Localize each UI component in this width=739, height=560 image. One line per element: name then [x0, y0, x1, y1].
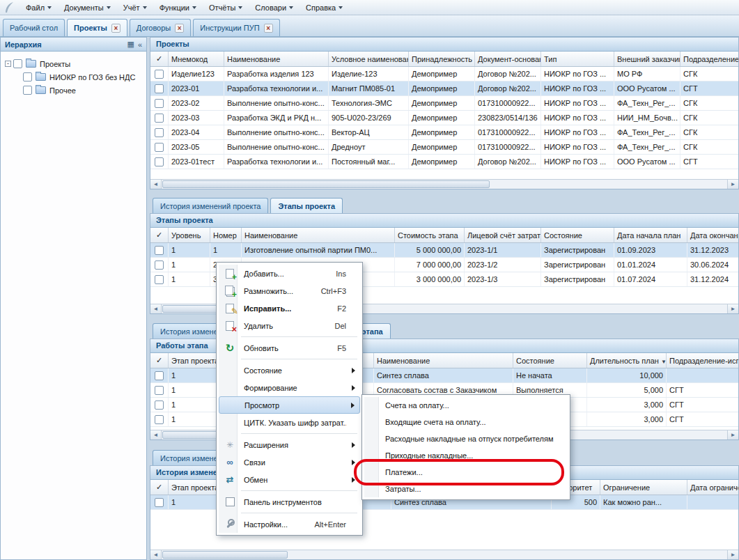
scrollbar-thumb[interactable]: [162, 180, 490, 188]
column-header[interactable]: Условное наименование: [329, 52, 409, 66]
column-header[interactable]: Мнемокод: [169, 52, 224, 66]
tree-node-prochee[interactable]: Прочее: [5, 84, 146, 97]
menu-item[interactable]: Расходные накладные на отпуск потребител…: [364, 430, 568, 447]
tree-node-projects[interactable]: - Проекты: [5, 57, 146, 70]
scroll-left-button[interactable]: ◄: [150, 430, 162, 440]
column-header[interactable]: Лицевой счёт затрат: [465, 228, 541, 242]
row-checkbox[interactable]: [155, 371, 164, 380]
table-row[interactable]: 2023-03Разработка ЭКД и РКД н...905-U020…: [150, 111, 738, 125]
close-tab-icon[interactable]: ×: [175, 24, 184, 33]
column-header[interactable]: Наименование: [224, 52, 329, 66]
menu-item[interactable]: Расширения: [219, 436, 360, 453]
tab-project-change-history[interactable]: История изменений проекта: [153, 198, 268, 213]
menubar-item-functions[interactable]: Функции: [153, 1, 203, 14]
menu-item[interactable]: Обмен: [219, 471, 360, 488]
column-header[interactable]: Внешний заказчик: [614, 52, 680, 66]
menubar-item-documents[interactable]: Документы: [58, 1, 117, 14]
tab-instructions-pup[interactable]: Инструкции ПУП×: [193, 19, 279, 36]
row-checkbox[interactable]: [155, 143, 164, 152]
tree-node-niokr-goz[interactable]: НИОКР по ГОЗ без НДС: [5, 70, 146, 84]
scroll-left-button[interactable]: ◄: [150, 180, 162, 189]
menu-item[interactable]: Панель инструментов: [219, 493, 360, 511]
column-header[interactable]: Ограничение: [600, 480, 687, 495]
row-checkbox[interactable]: [155, 260, 164, 270]
column-header[interactable]: Дата окончания: [687, 228, 739, 242]
menu-item[interactable]: Формирование: [219, 379, 360, 396]
scroll-right-button[interactable]: ►: [727, 430, 738, 440]
close-tab-icon[interactable]: ×: [111, 24, 120, 33]
column-header[interactable]: Дата ограничения: [687, 480, 739, 495]
table-row[interactable]: 2023-02Выполнение опытно-конс...Технолог…: [150, 96, 738, 111]
menu-item[interactable]: Исправить...F2: [219, 300, 360, 317]
scroll-right-button[interactable]: ►: [727, 180, 738, 189]
table-row[interactable]: 2023-01тестРазработка технологии и...Пос…: [150, 155, 738, 169]
scroll-right-button[interactable]: ►: [727, 550, 738, 559]
menu-item[interactable]: Платежи...: [364, 464, 568, 481]
row-checkbox[interactable]: [155, 275, 164, 284]
column-header[interactable]: Длительность план▼: [587, 353, 667, 368]
column-header[interactable]: Тип: [541, 52, 614, 66]
table-row[interactable]: Изделие123Разработка изделия 123Изделие-…: [150, 67, 738, 81]
row-checkbox[interactable]: [155, 415, 164, 424]
menu-item[interactable]: УдалитьDel: [219, 317, 360, 334]
menu-item[interactable]: Размножить...Ctrl+F3: [219, 282, 360, 300]
column-header[interactable]: Стоимость этапа: [395, 228, 465, 242]
menu-item[interactable]: Затраты...: [364, 481, 568, 497]
menubar-item-file[interactable]: Файл: [20, 1, 58, 14]
row-checkbox[interactable]: [155, 498, 164, 507]
table-row[interactable]: 11Изготовление опытной партии ПМ0...5 00…: [150, 243, 738, 258]
row-checkbox[interactable]: [155, 99, 164, 108]
row-checkbox[interactable]: [155, 157, 164, 166]
column-header[interactable]: Документ-основание: [475, 52, 541, 66]
select-all-header[interactable]: ✓: [150, 353, 169, 368]
menubar-item-dictionaries[interactable]: Словари: [249, 1, 300, 14]
select-all-header[interactable]: ✓: [150, 52, 169, 66]
table-row[interactable]: 2023-05Выполнение опытно-конс...Дредноут…: [150, 140, 738, 155]
collapse-sidebar-icon[interactable]: «: [138, 40, 142, 49]
tree-checkbox[interactable]: [13, 59, 22, 68]
tab-projects[interactable]: Проекты×: [67, 19, 127, 36]
menu-item[interactable]: Счета на оплату...: [364, 397, 568, 414]
horizontal-scrollbar[interactable]: ◄ ►: [150, 550, 738, 559]
menu-item[interactable]: Состояние: [219, 361, 360, 379]
table-row[interactable]: 2023-01Разработка технологии и...Магнит …: [150, 81, 738, 96]
row-checkbox[interactable]: [155, 246, 164, 255]
column-header[interactable]: Состояние: [513, 353, 587, 368]
menu-item[interactable]: Приходные накладные...: [364, 447, 568, 464]
scrollbar-thumb[interactable]: [162, 551, 288, 559]
row-checkbox[interactable]: [155, 400, 164, 410]
tab-desktop[interactable]: Рабочий стол: [3, 19, 65, 36]
column-header[interactable]: Принадлежность: [409, 52, 475, 66]
scroll-right-button[interactable]: ►: [727, 304, 738, 313]
tree-checkbox[interactable]: [23, 72, 32, 81]
row-checkbox[interactable]: [155, 70, 164, 79]
menubar-item-help[interactable]: Справка: [300, 1, 349, 14]
menu-item[interactable]: ЦИТК. Указать шифр затрат...: [219, 414, 360, 431]
menu-item[interactable]: Настройки...Alt+Enter: [219, 515, 360, 533]
select-all-header[interactable]: ✓: [150, 228, 169, 242]
column-header[interactable]: Наименование: [242, 228, 395, 242]
menu-item[interactable]: Входящие счета на оплату...: [364, 414, 568, 430]
scroll-left-button[interactable]: ◄: [150, 550, 162, 559]
table-row[interactable]: 2023-04Выполнение опытно-конс...Вектор-А…: [150, 125, 738, 140]
tree-expander-icon[interactable]: -: [5, 61, 11, 67]
menubar-item-accounting[interactable]: Учёт: [117, 1, 153, 14]
menu-item[interactable]: Просмотр: [219, 396, 360, 414]
tree-checkbox[interactable]: [23, 86, 32, 95]
column-header[interactable]: Состояние: [541, 228, 614, 242]
row-checkbox[interactable]: [155, 114, 164, 123]
row-checkbox[interactable]: [155, 128, 164, 137]
column-header[interactable]: Номер: [210, 228, 242, 242]
menubar-item-reports[interactable]: Отчёты: [203, 1, 249, 14]
menu-item[interactable]: ОбновитьF5: [219, 339, 360, 357]
menu-item[interactable]: Добавить...Ins: [219, 265, 360, 282]
horizontal-scrollbar[interactable]: ◄ ►: [150, 179, 738, 189]
tab-contracts[interactable]: Договоры×: [130, 19, 191, 36]
row-checkbox[interactable]: [155, 386, 164, 395]
row-checkbox[interactable]: [155, 84, 164, 93]
select-all-header[interactable]: ✓: [150, 480, 169, 495]
column-header[interactable]: Уровень: [169, 228, 210, 242]
menu-item[interactable]: Связи: [219, 453, 360, 471]
column-header[interactable]: Подразделение-исполнитель: [667, 353, 739, 368]
column-header[interactable]: Дата начала план: [614, 228, 687, 242]
